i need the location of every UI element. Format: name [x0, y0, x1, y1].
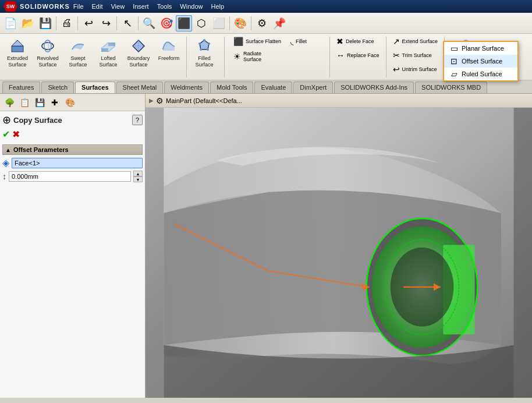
menu-tools[interactable]: Tools	[154, 2, 176, 11]
ribbon-separator-2	[224, 37, 225, 77]
offset-params-section[interactable]: ▲ Offset Parameters	[2, 144, 143, 155]
surface-flatten-button[interactable]: ⬛ Surface Flatten	[229, 35, 285, 48]
extruded-surface-button[interactable]: ExtrudedSurface	[2, 35, 33, 70]
select-button[interactable]: ↖	[119, 15, 136, 31]
offset-value-row: ↕ ▲ ▼	[2, 171, 143, 182]
svg-point-14	[198, 43, 201, 45]
tab-solidworks-mbd[interactable]: SOLIDWORKS MBD	[415, 82, 487, 93]
radiate-surface-icon: ☀	[233, 52, 241, 61]
feature-manager-button[interactable]: 🌳	[2, 96, 16, 109]
menu-edit[interactable]: Edit	[88, 2, 107, 11]
section-label: Offset Parameters	[13, 146, 69, 153]
menu-file[interactable]: File	[70, 2, 87, 11]
appearance-button[interactable]: 🎨	[232, 15, 249, 31]
tab-sketch[interactable]: Sketch	[41, 82, 74, 93]
radiate-surface-button[interactable]: ☀ RadiateSurface	[229, 49, 270, 64]
tab-mold-tools[interactable]: Mold Tools	[210, 82, 253, 93]
filled-surface-button[interactable]: FilledSurface	[189, 35, 219, 70]
pm-ok-button[interactable]: ✔	[2, 129, 10, 140]
freeform-button[interactable]: Freeform	[154, 35, 184, 63]
boundary-surface-button[interactable]: BoundarySurface	[123, 35, 154, 70]
feature-tree-toolbar: 🌳 📋 💾 ✚ 🎨	[0, 94, 145, 111]
fillet-button[interactable]: ◟ Fillet	[286, 35, 327, 48]
pm-title: Copy Surface	[13, 116, 130, 125]
tab-surfaces[interactable]: Surfaces	[75, 82, 115, 93]
planar-surface-menu-item[interactable]: ▭ Planar Surface	[444, 42, 517, 55]
far-right-tools-group: ↗ Extend Surface ✂ Trim Surface ↩ Untrim…	[389, 35, 442, 76]
save-button[interactable]: 💾	[37, 15, 54, 31]
print-button[interactable]: 🖨	[59, 15, 75, 31]
view-orient-button[interactable]: 🎯	[158, 15, 175, 31]
toolbar-sep-5	[229, 16, 230, 30]
extend-surface-button[interactable]: ↗ Extend Surface	[389, 35, 442, 48]
tab-features[interactable]: Features	[2, 82, 40, 93]
wireframe-button[interactable]: ⬡	[193, 15, 210, 31]
offset-value-icon: ↕	[2, 172, 6, 181]
menu-help[interactable]: Help	[207, 2, 228, 11]
filled-surface-label: FilledSurface	[195, 55, 213, 68]
surface-flatten-icon: ⬛	[233, 37, 243, 46]
tab-sheet-metal[interactable]: Sheet Metal	[116, 82, 164, 93]
fillet-icon: ◟	[290, 37, 293, 46]
offset-increment-button[interactable]: ▲	[133, 171, 143, 176]
viewport-inner: ▶ ⚙ MainPart (Default<<Defa...	[146, 94, 532, 398]
svg-point-13	[200, 48, 202, 51]
face-selector-input[interactable]	[12, 158, 143, 168]
viewport-header: ▶ ⚙ MainPart (Default<<Defa...	[146, 94, 532, 108]
trim-surface-button[interactable]: ✂ Trim Surface	[389, 49, 442, 62]
delete-face-button[interactable]: ✖ Delete Face	[332, 35, 384, 48]
breadcrumb-text: MainPart (Default<<Defa...	[166, 97, 242, 104]
filled-surface-icon	[195, 37, 214, 55]
offset-surface-menu-item[interactable]: ⊡ Offset Surface	[444, 55, 517, 68]
part-icon: ⚙	[156, 96, 164, 105]
offset-spin-buttons: ▲ ▼	[133, 171, 143, 182]
ruled-surface-menu-item[interactable]: ▱ Ruled Surface	[444, 68, 517, 80]
new-document-button[interactable]: 📄	[2, 15, 19, 31]
toolbar-sep-2	[77, 16, 78, 30]
svg-point-10	[203, 39, 205, 41]
revolved-surface-label: RevolvedSurface	[37, 55, 59, 68]
display-manager-button[interactable]: 🎨	[63, 96, 77, 109]
revolved-surface-button[interactable]: RevolvedSurface	[33, 35, 63, 70]
pm-cancel-button[interactable]: ✖	[12, 129, 20, 140]
menu-window[interactable]: Window	[176, 2, 206, 11]
redo-button[interactable]: ↪	[98, 15, 114, 31]
swept-surface-button[interactable]: SweptSurface	[63, 35, 93, 70]
extruded-surface-label: ExtrudedSurface	[7, 55, 28, 68]
tab-weldments[interactable]: Weldments	[164, 82, 209, 93]
pm-help-button[interactable]: ?	[132, 115, 143, 125]
dim-xpert-button[interactable]: ✚	[48, 96, 62, 109]
solidworks-icon: SW	[3, 1, 17, 12]
svg-point-12	[207, 48, 209, 51]
tab-evaluate[interactable]: Evaluate	[254, 82, 292, 93]
boundary-surface-icon	[129, 37, 148, 55]
ruled-surface-icon: ▱	[449, 69, 459, 79]
tab-solidworks-addins[interactable]: SOLIDWORKS Add-Ins	[334, 82, 414, 93]
revolved-surface-icon	[38, 37, 57, 55]
pin-button[interactable]: 📌	[271, 15, 288, 31]
menu-view[interactable]: View	[107, 2, 128, 11]
tab-dimxpert[interactable]: DimXpert	[293, 82, 333, 93]
toolbar-sep-3	[116, 16, 117, 30]
replace-face-button[interactable]: ↔ Replace Face	[332, 49, 384, 62]
untrim-surface-icon: ↩	[393, 65, 400, 74]
undo-button[interactable]: ↩	[80, 15, 97, 31]
untrim-surface-button[interactable]: ↩ Untrim Surface	[389, 63, 442, 76]
svg-rect-0	[12, 46, 23, 52]
lofted-surface-button[interactable]: LoftedSurface	[93, 35, 123, 70]
menu-insert[interactable]: Insert	[129, 2, 152, 11]
pm-actions: ✔ ✖	[2, 129, 143, 140]
open-button[interactable]: 📂	[20, 15, 36, 31]
svg-marker-9	[200, 40, 209, 50]
menu-bar: File Edit View Insert Tools Window Help	[70, 2, 228, 11]
view-3d-button[interactable]: ⬛	[176, 15, 192, 31]
config-manager-button[interactable]: 💾	[33, 96, 47, 109]
settings-button[interactable]: ⚙	[254, 15, 270, 31]
offset-decrement-button[interactable]: ▼	[133, 176, 143, 182]
zoom-area-button[interactable]: 🔍	[141, 15, 157, 31]
property-manager-button[interactable]: 📋	[17, 96, 31, 109]
toolbar-sep-1	[56, 16, 56, 30]
hidden-lines-button[interactable]: ⬜	[211, 15, 227, 31]
3d-viewport[interactable]	[146, 108, 532, 398]
offset-distance-input[interactable]	[9, 171, 131, 182]
